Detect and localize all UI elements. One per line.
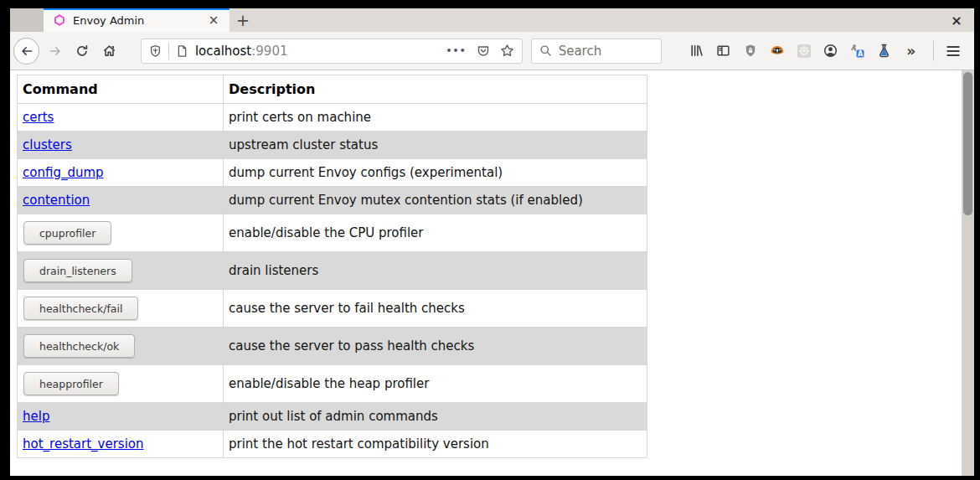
command-link[interactable]: certs bbox=[23, 110, 54, 125]
back-button[interactable] bbox=[13, 38, 39, 65]
extension-shield-button[interactable] bbox=[739, 39, 762, 63]
command-cell: config_dump bbox=[18, 159, 224, 187]
command-cell: healthcheck/fail bbox=[18, 290, 224, 328]
screenshot-stage: Envoy Admin × + × bbox=[0, 0, 980, 480]
description-cell: cause the server to fail health checks bbox=[224, 290, 647, 328]
description-cell: dump current Envoy mutex contention stat… bbox=[224, 187, 647, 214]
disabled-extension-icon bbox=[797, 44, 812, 59]
tab-close-icon[interactable]: × bbox=[206, 13, 221, 28]
browser-window: Envoy Admin × + × bbox=[10, 8, 974, 476]
command-cell: help bbox=[18, 403, 224, 431]
command-cell: contention bbox=[18, 187, 224, 214]
overflow-chevron-icon: » bbox=[906, 43, 916, 59]
navigation-toolbar: localhost:9901 ••• Search bbox=[10, 32, 974, 70]
table-row: drain_listenersdrain listeners bbox=[18, 252, 647, 290]
command-button[interactable]: cpuprofiler bbox=[23, 221, 111, 245]
table-row: healthcheck/failcause the server to fail… bbox=[18, 290, 647, 328]
account-button[interactable] bbox=[819, 39, 843, 63]
description-cell: print certs on machine bbox=[224, 104, 647, 132]
command-button[interactable]: heapprofiler bbox=[23, 372, 119, 395]
account-icon bbox=[823, 44, 838, 58]
description-cell: drain listeners bbox=[224, 252, 647, 290]
tab-bar: Envoy Admin × + × bbox=[10, 8, 974, 32]
overflow-menu-button[interactable]: » bbox=[900, 39, 923, 63]
new-tab-button[interactable]: + bbox=[230, 8, 256, 32]
library-icon bbox=[689, 44, 704, 58]
description-cell: cause the server to pass health checks bbox=[224, 328, 647, 365]
tab-envoy-admin[interactable]: Envoy Admin × bbox=[44, 8, 230, 32]
command-table: Command Description certsprint certs on … bbox=[17, 75, 647, 458]
command-column-header: Command bbox=[18, 75, 224, 104]
window-close-button[interactable]: × bbox=[939, 8, 974, 32]
command-link[interactable]: contention bbox=[23, 193, 90, 208]
urlbar-separator bbox=[168, 43, 169, 59]
command-link[interactable]: clusters bbox=[23, 137, 72, 152]
command-cell: heapprofiler bbox=[18, 365, 224, 403]
forward-arrow-icon bbox=[49, 44, 62, 58]
table-row: contentiondump current Envoy mutex conte… bbox=[18, 187, 647, 214]
reload-button[interactable] bbox=[70, 39, 93, 63]
hamburger-icon bbox=[946, 44, 961, 58]
library-button[interactable] bbox=[685, 39, 709, 63]
translate-button[interactable]: A bbox=[846, 39, 869, 63]
table-header-row: Command Description bbox=[18, 75, 647, 104]
search-bar[interactable]: Search bbox=[531, 39, 662, 64]
translate-icon: A bbox=[850, 44, 864, 58]
table-row: config_dumpdump current Envoy configs (e… bbox=[18, 159, 647, 187]
toolbar-icons: A » bbox=[682, 39, 923, 63]
forward-button[interactable] bbox=[44, 39, 66, 63]
sidebars-icon bbox=[716, 44, 730, 58]
description-cell: print the hot restart compatibility vers… bbox=[224, 431, 647, 458]
table-row: helpprint out list of admin commands bbox=[18, 403, 647, 431]
pocket-save-icon[interactable] bbox=[477, 44, 490, 58]
command-cell: hot_restart_version bbox=[18, 431, 224, 458]
scrollbar-thumb[interactable] bbox=[963, 72, 972, 215]
command-cell: healthcheck/ok bbox=[18, 328, 224, 365]
containers-flask-button[interactable] bbox=[873, 39, 896, 63]
command-button[interactable]: drain_listeners bbox=[23, 259, 132, 282]
table-row: clustersupstream cluster status bbox=[18, 132, 647, 159]
toolbar-separator bbox=[933, 41, 934, 61]
description-cell: enable/disable the CPU profiler bbox=[224, 214, 647, 252]
table-row: hot_restart_versionprint the hot restart… bbox=[18, 431, 647, 458]
search-icon bbox=[539, 44, 552, 57]
command-cell: cpuprofiler bbox=[18, 214, 224, 252]
table-row: heapprofilerenable/disable the heap prof… bbox=[18, 365, 647, 403]
page-actions-icon[interactable]: ••• bbox=[446, 45, 467, 56]
shield-lock-icon bbox=[744, 44, 757, 58]
table-row: certsprint certs on machine bbox=[18, 104, 647, 132]
menu-button[interactable] bbox=[941, 39, 966, 63]
page-content: Command Description certsprint certs on … bbox=[10, 70, 974, 476]
home-button[interactable] bbox=[98, 39, 121, 63]
description-cell: print out list of admin commands bbox=[224, 403, 647, 431]
command-link[interactable]: help bbox=[23, 409, 49, 424]
url-host: localhost bbox=[195, 44, 251, 59]
command-button[interactable]: healthcheck/ok bbox=[23, 334, 135, 358]
command-link[interactable]: hot_restart_version bbox=[23, 436, 144, 452]
command-cell: clusters bbox=[18, 132, 224, 159]
description-cell: enable/disable the heap profiler bbox=[224, 365, 647, 403]
command-button[interactable]: healthcheck/fail bbox=[23, 297, 138, 320]
command-cell: drain_listeners bbox=[18, 252, 224, 290]
sidebars-button[interactable] bbox=[712, 39, 735, 63]
page-info-icon[interactable] bbox=[176, 44, 188, 58]
command-link[interactable]: config_dump bbox=[23, 165, 104, 180]
command-table-body: certsprint certs on machineclustersupstr… bbox=[18, 104, 647, 458]
table-row: healthcheck/okcause the server to pass h… bbox=[18, 328, 647, 365]
privacy-badger-icon bbox=[770, 44, 785, 57]
url-bar[interactable]: localhost:9901 ••• bbox=[141, 39, 523, 64]
bookmark-star-icon[interactable] bbox=[500, 44, 514, 58]
description-column-header: Description bbox=[224, 75, 647, 104]
flask-icon bbox=[877, 44, 891, 58]
disabled-extension-button[interactable] bbox=[792, 39, 816, 63]
scrollbar-track[interactable] bbox=[962, 70, 974, 476]
privacy-badger-button[interactable] bbox=[766, 39, 789, 63]
envoy-favicon bbox=[54, 14, 65, 26]
tab-title: Envoy Admin bbox=[73, 14, 206, 27]
table-row: cpuprofilerenable/disable the CPU profil… bbox=[18, 214, 647, 252]
tracking-protection-shield-icon[interactable] bbox=[149, 44, 162, 58]
url-port: :9901 bbox=[251, 44, 287, 59]
svg-text:A: A bbox=[858, 50, 864, 58]
description-cell: dump current Envoy configs (experimental… bbox=[224, 159, 647, 187]
search-placeholder: Search bbox=[559, 44, 602, 59]
